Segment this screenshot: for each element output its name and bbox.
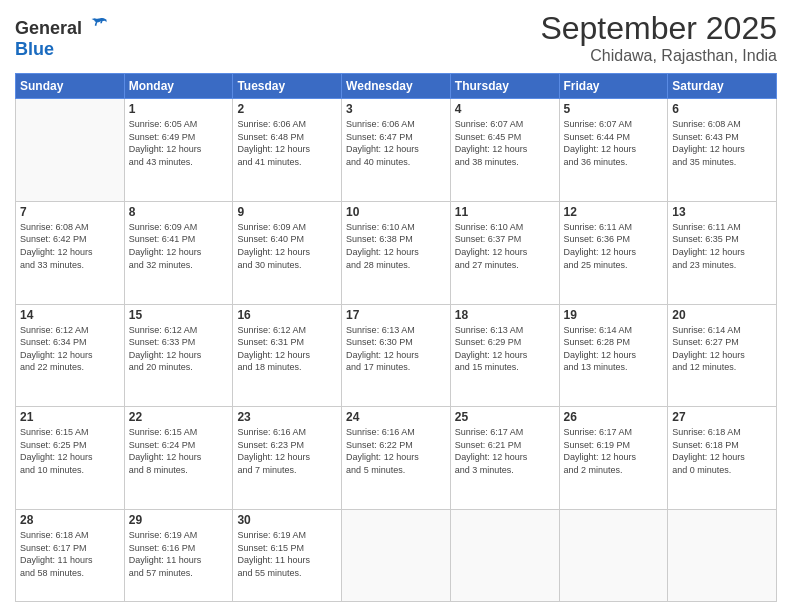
day-number: 5 bbox=[564, 102, 664, 116]
day-info: and 33 minutes. bbox=[20, 259, 120, 272]
day-info: and 32 minutes. bbox=[129, 259, 229, 272]
day-info: and 23 minutes. bbox=[672, 259, 772, 272]
calendar-day-cell bbox=[559, 510, 668, 602]
day-number: 29 bbox=[129, 513, 229, 527]
day-number: 4 bbox=[455, 102, 555, 116]
day-number: 14 bbox=[20, 308, 120, 322]
day-info: Sunset: 6:19 PM bbox=[564, 439, 664, 452]
day-info: and 55 minutes. bbox=[237, 567, 337, 580]
calendar-week-row: 7Sunrise: 6:08 AMSunset: 6:42 PMDaylight… bbox=[16, 201, 777, 304]
day-info: and 10 minutes. bbox=[20, 464, 120, 477]
day-info: Sunrise: 6:12 AM bbox=[20, 324, 120, 337]
logo-blue: Blue bbox=[15, 39, 54, 59]
day-info: Sunset: 6:33 PM bbox=[129, 336, 229, 349]
day-info: Sunset: 6:18 PM bbox=[672, 439, 772, 452]
calendar-day-cell: 2Sunrise: 6:06 AMSunset: 6:48 PMDaylight… bbox=[233, 99, 342, 202]
day-info: and 0 minutes. bbox=[672, 464, 772, 477]
day-info: Daylight: 12 hours bbox=[346, 349, 446, 362]
day-info: and 57 minutes. bbox=[129, 567, 229, 580]
day-info: and 15 minutes. bbox=[455, 361, 555, 374]
day-info: Sunrise: 6:13 AM bbox=[455, 324, 555, 337]
day-number: 12 bbox=[564, 205, 664, 219]
calendar-day-cell: 16Sunrise: 6:12 AMSunset: 6:31 PMDayligh… bbox=[233, 304, 342, 407]
day-info: and 36 minutes. bbox=[564, 156, 664, 169]
day-info: Sunset: 6:49 PM bbox=[129, 131, 229, 144]
calendar-header-saturday: Saturday bbox=[668, 74, 777, 99]
day-info: Sunset: 6:42 PM bbox=[20, 233, 120, 246]
day-number: 19 bbox=[564, 308, 664, 322]
day-number: 1 bbox=[129, 102, 229, 116]
day-number: 26 bbox=[564, 410, 664, 424]
calendar-day-cell: 22Sunrise: 6:15 AMSunset: 6:24 PMDayligh… bbox=[124, 407, 233, 510]
calendar-header-wednesday: Wednesday bbox=[342, 74, 451, 99]
day-number: 27 bbox=[672, 410, 772, 424]
day-number: 15 bbox=[129, 308, 229, 322]
calendar-day-cell: 12Sunrise: 6:11 AMSunset: 6:36 PMDayligh… bbox=[559, 201, 668, 304]
day-info: Sunrise: 6:16 AM bbox=[237, 426, 337, 439]
calendar-header-tuesday: Tuesday bbox=[233, 74, 342, 99]
day-number: 7 bbox=[20, 205, 120, 219]
calendar-header-friday: Friday bbox=[559, 74, 668, 99]
day-info: Sunrise: 6:07 AM bbox=[455, 118, 555, 131]
day-info: Sunset: 6:27 PM bbox=[672, 336, 772, 349]
day-info: and 38 minutes. bbox=[455, 156, 555, 169]
day-number: 9 bbox=[237, 205, 337, 219]
day-info: Sunset: 6:30 PM bbox=[346, 336, 446, 349]
day-info: Sunrise: 6:10 AM bbox=[346, 221, 446, 234]
day-info: and 58 minutes. bbox=[20, 567, 120, 580]
day-info: and 25 minutes. bbox=[564, 259, 664, 272]
day-info: Sunrise: 6:07 AM bbox=[564, 118, 664, 131]
calendar-day-cell: 6Sunrise: 6:08 AMSunset: 6:43 PMDaylight… bbox=[668, 99, 777, 202]
day-info: Sunset: 6:35 PM bbox=[672, 233, 772, 246]
calendar-day-cell bbox=[342, 510, 451, 602]
day-info: Sunrise: 6:09 AM bbox=[237, 221, 337, 234]
day-info: Daylight: 12 hours bbox=[672, 349, 772, 362]
day-info: and 12 minutes. bbox=[672, 361, 772, 374]
day-info: Sunrise: 6:15 AM bbox=[129, 426, 229, 439]
day-info: Daylight: 12 hours bbox=[237, 349, 337, 362]
day-info: and 41 minutes. bbox=[237, 156, 337, 169]
day-info: and 18 minutes. bbox=[237, 361, 337, 374]
day-info: Sunrise: 6:14 AM bbox=[564, 324, 664, 337]
day-info: Daylight: 12 hours bbox=[237, 451, 337, 464]
day-info: Daylight: 12 hours bbox=[346, 246, 446, 259]
day-info: Sunrise: 6:10 AM bbox=[455, 221, 555, 234]
day-info: Daylight: 12 hours bbox=[20, 349, 120, 362]
day-info: Sunset: 6:17 PM bbox=[20, 542, 120, 555]
day-number: 21 bbox=[20, 410, 120, 424]
day-info: Daylight: 12 hours bbox=[564, 451, 664, 464]
day-info: Sunrise: 6:08 AM bbox=[672, 118, 772, 131]
logo-bird-icon bbox=[89, 14, 109, 34]
calendar-day-cell bbox=[668, 510, 777, 602]
calendar-table: SundayMondayTuesdayWednesdayThursdayFrid… bbox=[15, 73, 777, 602]
calendar-day-cell: 4Sunrise: 6:07 AMSunset: 6:45 PMDaylight… bbox=[450, 99, 559, 202]
day-info: Daylight: 12 hours bbox=[564, 246, 664, 259]
day-info: Sunset: 6:34 PM bbox=[20, 336, 120, 349]
calendar-day-cell: 7Sunrise: 6:08 AMSunset: 6:42 PMDaylight… bbox=[16, 201, 125, 304]
day-number: 20 bbox=[672, 308, 772, 322]
day-number: 18 bbox=[455, 308, 555, 322]
day-info: and 27 minutes. bbox=[455, 259, 555, 272]
calendar-header-row: SundayMondayTuesdayWednesdayThursdayFrid… bbox=[16, 74, 777, 99]
day-info: Sunrise: 6:06 AM bbox=[237, 118, 337, 131]
day-info: Sunset: 6:28 PM bbox=[564, 336, 664, 349]
day-info: Daylight: 12 hours bbox=[672, 143, 772, 156]
day-number: 16 bbox=[237, 308, 337, 322]
day-info: and 2 minutes. bbox=[564, 464, 664, 477]
day-info: Sunrise: 6:14 AM bbox=[672, 324, 772, 337]
day-info: Daylight: 12 hours bbox=[672, 451, 772, 464]
day-info: and 8 minutes. bbox=[129, 464, 229, 477]
calendar-day-cell: 15Sunrise: 6:12 AMSunset: 6:33 PMDayligh… bbox=[124, 304, 233, 407]
day-info: Daylight: 12 hours bbox=[455, 246, 555, 259]
day-info: Sunrise: 6:05 AM bbox=[129, 118, 229, 131]
calendar-day-cell: 25Sunrise: 6:17 AMSunset: 6:21 PMDayligh… bbox=[450, 407, 559, 510]
day-info: Sunrise: 6:06 AM bbox=[346, 118, 446, 131]
day-info: Sunset: 6:38 PM bbox=[346, 233, 446, 246]
day-info: Sunset: 6:40 PM bbox=[237, 233, 337, 246]
calendar-day-cell: 1Sunrise: 6:05 AMSunset: 6:49 PMDaylight… bbox=[124, 99, 233, 202]
calendar-week-row: 1Sunrise: 6:05 AMSunset: 6:49 PMDaylight… bbox=[16, 99, 777, 202]
day-info: Daylight: 12 hours bbox=[129, 451, 229, 464]
calendar-day-cell: 19Sunrise: 6:14 AMSunset: 6:28 PMDayligh… bbox=[559, 304, 668, 407]
day-info: Sunrise: 6:11 AM bbox=[672, 221, 772, 234]
day-info: Sunrise: 6:16 AM bbox=[346, 426, 446, 439]
